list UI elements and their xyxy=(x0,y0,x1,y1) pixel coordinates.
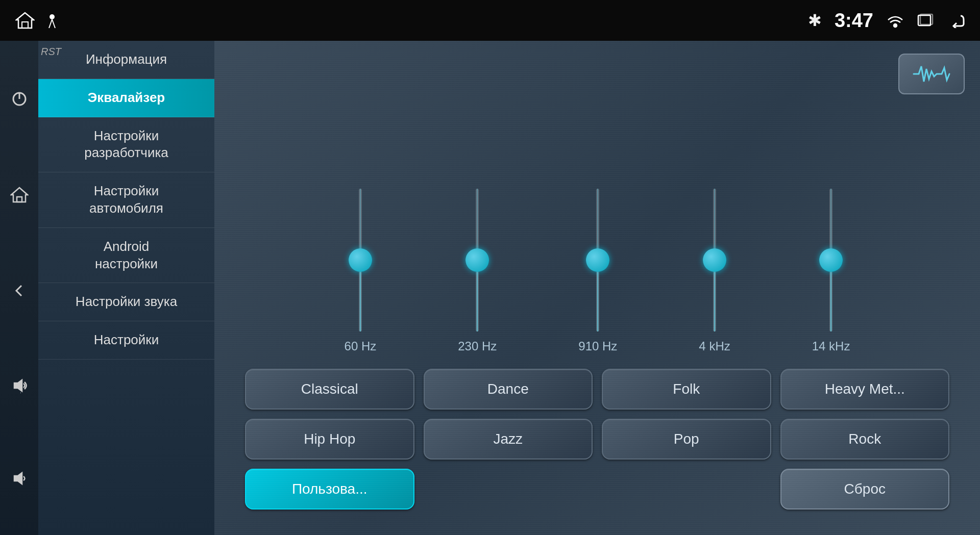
status-right-icons: ✱ 3:47 xyxy=(808,10,965,32)
main-layout: RST + xyxy=(0,41,980,535)
sidebar-home-icon[interactable] xyxy=(10,186,29,204)
slider-60hz: 60 Hz xyxy=(345,189,377,353)
eq-panel: 60 Hz 230 Hz 910 Hz xyxy=(214,41,980,535)
sidebar-icon-strip: + xyxy=(0,41,38,535)
eq-waveform-button[interactable] xyxy=(898,54,965,94)
sidebar-item-sound-settings[interactable]: Настройки звука xyxy=(38,283,214,321)
svg-marker-8 xyxy=(11,188,28,202)
status-left-icons xyxy=(15,12,59,29)
genre-button-hip-hop[interactable]: Hip Hop xyxy=(245,419,414,460)
slider-230hz-label: 230 Hz xyxy=(458,339,497,353)
sidebar-item-car-settings[interactable]: Настройкиавтомобиля xyxy=(38,172,214,228)
sidebar: RST + xyxy=(0,41,214,535)
slider-910hz: 910 Hz xyxy=(578,189,617,353)
slider-4khz-label: 4 kHz xyxy=(699,339,730,353)
back-icon xyxy=(946,13,965,28)
volume-down-icon[interactable] xyxy=(12,471,27,486)
genre-button-rock[interactable]: Rock xyxy=(780,419,950,460)
sidebar-menu: Информация Эквалайзер Настройкиразработч… xyxy=(38,41,214,535)
genre-button-reset[interactable]: Сброс xyxy=(780,469,950,509)
slider-910hz-label: 910 Hz xyxy=(578,339,617,353)
sidebar-item-equalizer[interactable]: Эквалайзер xyxy=(38,79,214,117)
sidebar-item-dev-settings[interactable]: Настройкиразработчика xyxy=(38,117,214,173)
sidebar-back-icon[interactable] xyxy=(10,282,29,300)
signal-icon xyxy=(45,12,59,29)
genre-button-heavy-metal[interactable]: Heavy Met... xyxy=(780,369,950,410)
sidebar-item-android-settings[interactable]: Androidнастройки xyxy=(38,228,214,284)
slider-60hz-label: 60 Hz xyxy=(345,339,377,353)
volume-up-icon[interactable]: + xyxy=(12,378,27,393)
eq-button-wrapper xyxy=(898,54,965,94)
genre-button-dance[interactable]: Dance xyxy=(424,369,593,410)
genre-button-jazz[interactable]: Jazz xyxy=(424,419,593,460)
slider-230hz: 230 Hz xyxy=(458,189,497,353)
genre-buttons-section: Classical Dance Folk Heavy Met... Hip Ho… xyxy=(235,369,960,520)
genre-button-classical[interactable]: Classical xyxy=(245,369,414,410)
svg-point-2 xyxy=(50,14,55,19)
wifi-icon xyxy=(886,13,904,28)
status-time: 3:47 xyxy=(835,10,873,32)
genre-button-folk[interactable]: Folk xyxy=(602,369,771,410)
rst-label: RST xyxy=(41,46,61,58)
sidebar-item-settings[interactable]: Настройки xyxy=(38,321,214,360)
svg-marker-12 xyxy=(14,473,22,484)
svg-marker-10 xyxy=(14,380,22,391)
svg-rect-9 xyxy=(17,197,22,202)
svg-marker-0 xyxy=(16,13,34,28)
sliders-section: 60 Hz 230 Hz 910 Hz xyxy=(235,56,960,353)
slider-14khz: 14 kHz xyxy=(812,189,850,353)
svg-text:+: + xyxy=(19,391,22,393)
genre-button-custom[interactable]: Пользова... xyxy=(245,469,414,509)
svg-point-3 xyxy=(894,24,897,27)
power-icon[interactable] xyxy=(10,90,29,108)
bluetooth-icon: ✱ xyxy=(808,11,822,30)
slider-14khz-label: 14 kHz xyxy=(812,339,850,353)
slider-4khz: 4 kHz xyxy=(699,189,730,353)
svg-rect-1 xyxy=(22,22,28,28)
status-bar: ✱ 3:47 xyxy=(0,0,980,41)
waveform-icon xyxy=(911,64,952,84)
recent-apps-icon xyxy=(917,13,934,28)
sidebar-item-info[interactable]: Информация xyxy=(38,41,214,79)
home-icon xyxy=(15,12,35,29)
genre-button-pop[interactable]: Pop xyxy=(602,419,771,460)
